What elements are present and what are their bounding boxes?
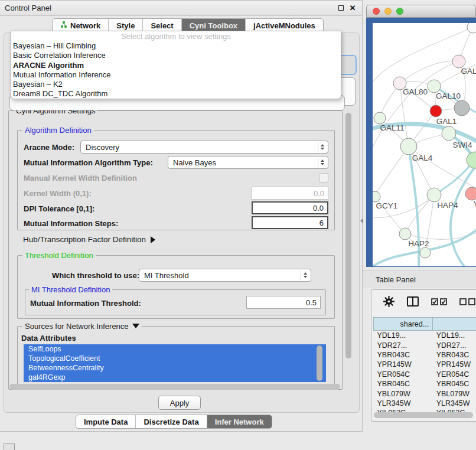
- control-panel-titlebar: Control Panel ✕: [0, 1, 362, 16]
- attribute-item-betweennesscentrality[interactable]: BetweennessCentrality: [24, 363, 326, 373]
- attribute-item-selfloops[interactable]: SelfLoops: [24, 344, 326, 354]
- network-graph: GALGAL80GAL10GAL1GAL11SWI4GAL4GCY1HAP4YH…: [373, 23, 476, 266]
- network-node-gal4[interactable]: [400, 138, 417, 155]
- which-threshold-label: Which threshold to use:: [52, 271, 139, 280]
- column-layout-button[interactable]: [407, 296, 419, 309]
- network-node-hap4[interactable]: [427, 188, 441, 202]
- tab-infer-network[interactable]: Infer Network: [207, 415, 272, 428]
- network-node[interactable]: [467, 152, 476, 168]
- network-node-gcy1[interactable]: [373, 191, 380, 202]
- network-canvas[interactable]: GALGAL80GAL10GAL1GAL11SWI4GAL4GCY1HAP4YH…: [373, 23, 476, 266]
- splitter-handle[interactable]: [360, 219, 363, 223]
- table-cell: YER054C: [374, 370, 433, 379]
- table-row[interactable]: YLR345WYLR345W9.: [374, 399, 476, 408]
- table-panel-title: Table Panel: [376, 275, 416, 284]
- float-window-button[interactable]: [336, 4, 345, 13]
- network-node-swi4[interactable]: [442, 126, 456, 141]
- algorithm-option-bayesian-k2[interactable]: Bayesian – K2: [11, 80, 341, 89]
- network-focus-frame: GALGAL80GAL10GAL1GAL11SWI4GAL4GCY1HAP4YH…: [366, 18, 476, 267]
- tab-style[interactable]: Style: [109, 19, 143, 32]
- network-icon: [60, 21, 67, 30]
- table-row[interactable]: YBR045CYBR045C9.: [374, 379, 476, 389]
- network-node-gal[interactable]: [452, 55, 465, 68]
- node-label: SWI4: [452, 141, 472, 149]
- node-attribute-table[interactable]: shared...nameA YDL19...YDL19...13YDR27..…: [373, 317, 476, 418]
- zoom-window-button[interactable]: [396, 8, 403, 15]
- tab-network[interactable]: Network: [53, 19, 109, 32]
- mi-threshold-group-title: MI Threshold Definition: [29, 285, 112, 294]
- attribute-item-gal4rgexp[interactable]: gal4RGexp: [24, 373, 326, 382]
- algorithm-option-mutual-information-inference[interactable]: Mutual Information Inference: [11, 70, 341, 80]
- algorithm-option-dream8-dc-tdc-algorithm[interactable]: Dream8 DC_TDC Algorithm: [11, 89, 341, 99]
- tab-jactivemnodules[interactable]: jActiveMNodules: [246, 19, 323, 32]
- settings-horizontal-scrollbar[interactable]: [9, 384, 340, 390]
- close-window-button[interactable]: [373, 8, 380, 15]
- mi-type-combobox[interactable]: Naive Bayes: [168, 156, 328, 169]
- table-panel-header: Table Panel: [363, 270, 476, 288]
- hub-definition-toggle[interactable]: Hub/Transcription Factor Definition: [23, 235, 155, 244]
- settings-panel-scrollbar[interactable]: [345, 113, 351, 358]
- columns-icon: [407, 296, 419, 306]
- network-node-y[interactable]: [465, 187, 476, 200]
- collapsed-panel-icon[interactable]: [4, 444, 15, 450]
- which-threshold-value: MI Threshold: [144, 271, 189, 280]
- tab-select[interactable]: Select: [143, 19, 181, 32]
- network-node[interactable]: [420, 247, 431, 258]
- node-label: HAP2: [408, 239, 429, 248]
- table-header-row[interactable]: shared...nameA: [374, 318, 476, 331]
- network-node-hap2[interactable]: [399, 228, 411, 240]
- network-node-gal1[interactable]: [430, 105, 442, 117]
- tab-discretize-data[interactable]: Discretize Data: [136, 415, 207, 428]
- collapsed-arrow-icon: [151, 236, 155, 243]
- column-header-name[interactable]: name: [433, 318, 476, 331]
- tab-label: Discretize Data: [144, 418, 198, 426]
- data-attributes-list[interactable]: SelfLoopsTopologicalCoefficientBetweenne…: [24, 344, 326, 382]
- attribute-item-topologicalcoefficient[interactable]: TopologicalCoefficient: [24, 354, 326, 363]
- dpi-tolerance-field[interactable]: 0.0: [252, 201, 328, 214]
- spinner-arrows-icon: [318, 158, 327, 167]
- column-header-shared-[interactable]: shared...: [374, 318, 433, 331]
- table-cell: YLR345W: [374, 399, 433, 408]
- network-window-titlebar[interactable]: [366, 5, 476, 18]
- tab-label: Cyni Toolbox: [190, 21, 237, 30]
- algorithm-placeholder: Select algorithm to view settings: [11, 32, 341, 41]
- table-row[interactable]: YDL19...YDL19...13: [374, 331, 476, 341]
- table-cell: YPR145W: [374, 360, 433, 369]
- algorithm-definition-title: Algorithm Definition: [22, 126, 94, 135]
- control-panel-window: Control Panel ✕ NetworkStyleSelectCyni T…: [0, 0, 363, 432]
- tab-cyni-toolbox[interactable]: Cyni Toolbox: [182, 19, 246, 32]
- select-all-columns-button[interactable]: [431, 297, 447, 308]
- kernel-width-field[interactable]: 0.0: [252, 187, 328, 200]
- tab-label: Select: [151, 21, 173, 30]
- table-cell: YBL079W: [433, 389, 476, 398]
- settings-gear-button[interactable]: [383, 296, 395, 309]
- sources-group-title[interactable]: Sources for Network Inference: [22, 322, 142, 331]
- aracne-mode-value: Discovery: [86, 143, 119, 152]
- network-node[interactable]: [467, 23, 476, 33]
- manual-kernel-checkbox[interactable]: [319, 173, 328, 182]
- network-node-gal10[interactable]: [428, 80, 441, 93]
- mi-threshold-field[interactable]: 0.5: [246, 296, 321, 309]
- mi-steps-field[interactable]: 6: [252, 216, 328, 229]
- apply-button[interactable]: Apply: [158, 396, 201, 410]
- table-cell: YBR045C: [433, 379, 476, 389]
- close-panel-button[interactable]: ✕: [348, 4, 357, 13]
- tab-impute-data[interactable]: Impute Data: [76, 415, 136, 428]
- algorithm-option-aracne-algorithm[interactable]: ARACNE Algorithm: [11, 61, 341, 70]
- network-node-gal11[interactable]: [374, 112, 386, 124]
- table-row[interactable]: YBL079WYBL079W: [374, 389, 476, 398]
- table-row[interactable]: YBR043CYBR043C: [374, 350, 476, 360]
- algorithm-option-basic-correlation-inference[interactable]: Basic Correlation Inference: [11, 51, 341, 60]
- attributes-list-scrollbar[interactable]: [317, 345, 322, 381]
- table-row[interactable]: YER054CYER054C8.: [374, 370, 476, 379]
- deselect-all-columns-button[interactable]: [459, 297, 475, 308]
- algorithm-option-bayesian-hill-climbing[interactable]: Bayesian – Hill Climbing: [11, 41, 341, 51]
- table-row[interactable]: YDR27...YDR27...12: [374, 340, 476, 350]
- mi-type-value: Naive Bayes: [173, 158, 216, 167]
- table-horizontal-scrollbar[interactable]: [374, 412, 473, 418]
- network-node[interactable]: [454, 100, 470, 116]
- table-row[interactable]: YPR145WYPR145W9.: [374, 360, 476, 369]
- minimize-window-button[interactable]: [384, 8, 392, 15]
- aracne-mode-combobox[interactable]: Discovery: [80, 141, 328, 154]
- which-threshold-combobox[interactable]: MI Threshold: [139, 269, 311, 282]
